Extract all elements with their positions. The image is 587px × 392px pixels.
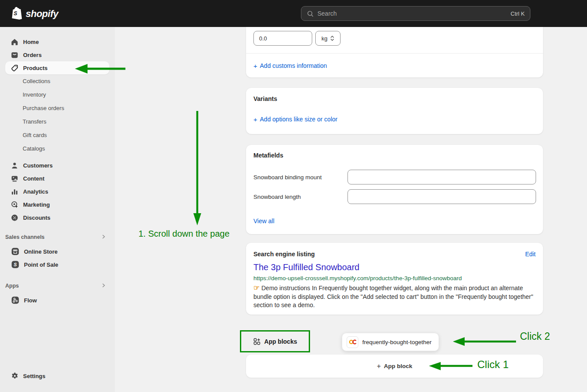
sidebar-section-sales-channels[interactable]: Sales channels: [0, 232, 109, 242]
app-block-name: frequently-bought-together: [362, 339, 432, 345]
seo-edit-link[interactable]: Edit: [525, 251, 536, 258]
seo-description-text: Demo instructions In Frequently bought t…: [253, 285, 533, 308]
click2-arrowhead: [453, 337, 465, 346]
analytics-icon: [10, 188, 19, 196]
sidebar-item-label: Purchase orders: [23, 105, 64, 111]
frequently-bought-together-block[interactable]: frequently-bought-together: [342, 333, 439, 351]
sidebar-item-orders[interactable]: Orders: [5, 48, 109, 61]
top-bar: S shopify Ctrl K: [0, 0, 587, 27]
add-customs-info-link[interactable]: + Add customs information: [253, 62, 327, 69]
chevron-right-icon: [101, 283, 106, 289]
sidebar-item-catalogs[interactable]: Catalogs: [5, 142, 109, 155]
search-shortcut-hint: Ctrl K: [511, 10, 525, 17]
annotation-step1-text: 1. Scroll down the page: [138, 229, 229, 239]
scroll-down-arrowhead: [193, 213, 201, 225]
app-blocks-icon: [253, 338, 261, 345]
sidebar-item-collections[interactable]: Collections: [5, 74, 109, 88]
sidebar-item-products[interactable]: Products: [5, 61, 109, 74]
weight-unit-select[interactable]: kg: [315, 31, 341, 46]
sidebar-item-label: Customers: [23, 162, 53, 169]
sidebar-item-flow[interactable]: Flow: [5, 294, 109, 307]
sidebar-item-transfers[interactable]: Transfers: [5, 115, 109, 128]
products-tag-icon: [10, 64, 19, 72]
weight-unit-value: kg: [321, 35, 327, 42]
sidebar-item-gift-cards[interactable]: Gift cards: [5, 128, 109, 142]
seo-card-title: Search engine listing: [253, 251, 315, 258]
add-options-label: Add options like size or color: [260, 116, 337, 123]
sidebar-item-label: Inventory: [23, 91, 46, 98]
seo-card: Search engine listing Edit The 3p Fulfil…: [246, 243, 543, 315]
app-blocks-label: App blocks: [264, 338, 297, 345]
search-input[interactable]: [317, 10, 507, 17]
view-all-label: View all: [253, 218, 274, 224]
online-store-icon: [10, 247, 20, 256]
sidebar-item-label: Point of Sale: [24, 261, 58, 268]
sidebar-item-customers[interactable]: Customers: [5, 159, 109, 172]
sidebar-item-label: Marketing: [23, 201, 50, 208]
variants-card: Variants + Add options like size or colo…: [246, 88, 543, 134]
marketing-icon: [10, 201, 19, 209]
sidebar: Home Orders Products Collections Invento…: [0, 27, 115, 392]
variants-card-title: Variants: [253, 95, 277, 102]
sidebar-item-inventory[interactable]: Inventory: [5, 88, 109, 101]
sidebar-item-label: Home: [23, 39, 39, 45]
shipping-card: kg + Add customs information: [246, 27, 543, 77]
sidebar-item-label: Content: [23, 175, 44, 182]
metafield-label: Snowboard length: [253, 194, 301, 200]
sidebar-item-label: Analytics: [23, 188, 48, 195]
add-customs-info-label: Add customs information: [260, 62, 327, 69]
app-blocks-section-label[interactable]: App blocks: [240, 330, 310, 352]
pointing-hand-icon: ☞: [253, 284, 260, 291]
svg-text:S: S: [13, 262, 17, 267]
sidebar-item-label: Collections: [23, 78, 51, 84]
shopify-bag-icon: S: [11, 7, 23, 21]
sidebar-item-settings[interactable]: Settings: [5, 369, 109, 382]
seo-page-title[interactable]: The 3p Fulfilled Snowboard: [253, 262, 359, 272]
discounts-icon: [10, 214, 19, 222]
sidebar-item-home[interactable]: Home: [5, 35, 109, 48]
sidebar-item-label: Catalogs: [23, 145, 45, 152]
frequently-bought-together-app-icon: [347, 336, 358, 348]
sidebar-item-label: Online Store: [24, 248, 57, 255]
seo-url: https://demo-upsell-crosssell.myshopify.…: [253, 275, 462, 281]
add-options-link[interactable]: + Add options like size or color: [253, 116, 337, 123]
section-label: Sales channels: [5, 234, 44, 240]
gear-icon: [10, 372, 19, 380]
edit-label: Edit: [525, 251, 536, 258]
metafields-card: Metafields Snowboard binding mount Snowb…: [246, 145, 543, 234]
weight-input[interactable]: [253, 31, 312, 46]
sidebar-item-label: Discounts: [23, 214, 51, 221]
sidebar-item-marketing[interactable]: Marketing: [5, 198, 109, 211]
sidebar-item-discounts[interactable]: Discounts: [5, 211, 109, 224]
metafield-label: Snowboard binding mount: [253, 174, 322, 181]
metafield-binding-mount-input[interactable]: [347, 170, 536, 184]
sidebar-item-analytics[interactable]: Analytics: [5, 185, 109, 198]
content-icon: [10, 174, 19, 183]
sidebar-item-purchase-orders[interactable]: Purchase orders: [5, 101, 109, 115]
home-icon: [10, 38, 19, 46]
seo-description: ☞ Demo instructions In Frequently bought…: [253, 284, 536, 310]
sidebar-item-content[interactable]: Content: [5, 172, 109, 185]
shopify-wordmark: shopify: [26, 8, 58, 20]
sidebar-item-label: Flow: [24, 297, 37, 304]
sidebar-item-label: Orders: [23, 52, 42, 58]
sidebar-item-label: Gift cards: [23, 132, 47, 138]
view-all-metafields-link[interactable]: View all: [253, 218, 274, 224]
metafield-length-input[interactable]: [347, 189, 536, 204]
sidebar-item-online-store[interactable]: Online Store: [5, 245, 109, 258]
sidebar-item-label: Transfers: [23, 118, 46, 125]
plus-icon: +: [253, 116, 257, 123]
point-of-sale-icon: S: [10, 260, 20, 269]
sidebar-item-label: Settings: [23, 373, 45, 379]
sidebar-item-point-of-sale[interactable]: S Point of Sale: [5, 258, 109, 271]
sidebar-item-label: Products: [23, 65, 47, 71]
orders-icon: [10, 51, 19, 59]
chevron-right-icon: [101, 234, 106, 241]
global-search[interactable]: Ctrl K: [301, 6, 530, 21]
svg-text:S: S: [13, 10, 17, 17]
sidebar-section-apps[interactable]: Apps: [0, 281, 109, 291]
search-icon: [307, 10, 314, 17]
shopify-logo[interactable]: S shopify: [11, 7, 58, 21]
add-app-block-button[interactable]: + App block: [246, 355, 543, 378]
flow-app-icon: [10, 295, 20, 305]
